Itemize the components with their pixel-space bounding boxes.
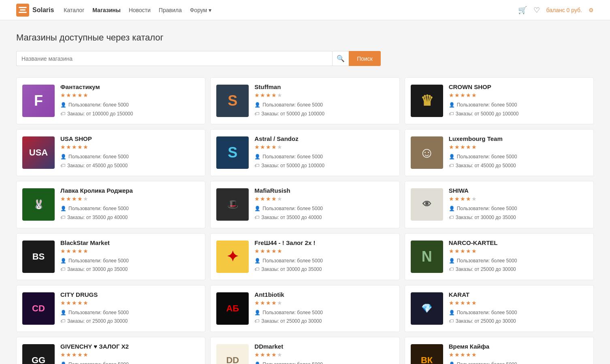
- tag-icon: 🏷: [449, 213, 454, 222]
- shop-meta: 👤 Пользователи: более 5000 🏷 Заказы: от …: [254, 309, 393, 326]
- shop-card[interactable]: 🎩 MafiaRusish ★★★★★ 👤 Пользователи: боле…: [210, 181, 399, 228]
- logo[interactable]: Solaris: [16, 4, 54, 17]
- shop-stars: ★★★★★: [254, 92, 393, 98]
- balance-label[interactable]: баланс 0 руб.: [546, 7, 582, 13]
- tag-icon: 🏷: [449, 317, 454, 326]
- users-row: 👤 Пользователи: более 5000: [449, 360, 588, 364]
- shop-users: Пользователи: более 5000: [68, 309, 129, 317]
- shop-orders: Заказы: от 50000 до 100000: [456, 110, 519, 119]
- tag-icon: 🏷: [449, 265, 454, 274]
- orders-row: 🏷 Заказы: от 50000 до 100000: [449, 110, 588, 119]
- nav-forum[interactable]: Форум ▾: [190, 7, 212, 13]
- search-input[interactable]: [16, 51, 332, 66]
- users-row: 👤 Пользователи: более 5000: [449, 204, 588, 213]
- shop-logo: F: [22, 85, 55, 117]
- nav-pravila[interactable]: Правила: [159, 7, 182, 13]
- nav-novosti[interactable]: Новости: [129, 7, 151, 13]
- shop-card[interactable]: ВК Время Кайфа ★★★★★ 👤 Пользователи: бол…: [405, 337, 594, 364]
- shop-name: Лавка Кролика Роджера: [60, 187, 199, 194]
- shop-card[interactable]: ✦ FreШ44 - ! Залог 2х ! ★★★★★ 👤 Пользова…: [210, 233, 399, 280]
- shop-card[interactable]: S Astral / Sandoz ★★★★★ 👤 Пользователи: …: [210, 129, 399, 176]
- shop-logo: CD: [22, 292, 55, 325]
- orders-row: 🏷 Заказы: от 45000 до 50000: [60, 162, 199, 170]
- shop-stars: ★★★★★: [449, 351, 588, 358]
- search-button[interactable]: Поиск: [349, 51, 381, 66]
- shop-name: Фантастикум: [60, 83, 199, 90]
- shop-card[interactable]: 💎 KARAT ★★★★★ 👤 Пользователи: более 5000…: [405, 285, 594, 332]
- shop-card[interactable]: ☺ Luxembourg Team ★★★★★ 👤 Пользователи: …: [405, 129, 594, 176]
- shop-card[interactable]: 🐰 Лавка Кролика Роджера ★★★★★ 👤 Пользова…: [16, 181, 205, 228]
- shop-users: Пользователи: более 5000: [68, 153, 129, 162]
- settings-icon[interactable]: ⚙: [589, 7, 594, 13]
- nav-katalog[interactable]: Каталог: [64, 7, 84, 13]
- shop-card[interactable]: S Stuffman ★★★★★ 👤 Пользователи: более 5…: [210, 77, 399, 124]
- shop-card[interactable]: ♛ CROWN SHOP ★★★★★ 👤 Пользователи: более…: [405, 77, 594, 124]
- shop-card[interactable]: CD CITY DRUGS ★★★★★ 👤 Пользователи: боле…: [16, 285, 205, 332]
- shop-info: Ant1biotik ★★★★★ 👤 Пользователи: более 5…: [254, 291, 393, 326]
- logo-line-1: [19, 7, 27, 8]
- shop-orders: Заказы: от 45000 до 50000: [456, 162, 516, 170]
- shop-card[interactable]: GG GIVENCHY ♥ ЗАЛОГ Х2 ★★★★★ 👤 Пользоват…: [16, 337, 205, 364]
- shop-meta: 👤 Пользователи: более 5000 🏷 Заказы: от …: [254, 204, 393, 222]
- user-icon: 👤: [60, 257, 66, 266]
- shop-card[interactable]: BS BlackStar Market ★★★★★ 👤 Пользователи…: [16, 233, 205, 280]
- shop-logo: 🎩: [216, 188, 249, 221]
- shop-meta: 👤 Пользователи: более 5000 🏷 Заказы: от …: [60, 309, 199, 326]
- users-row: 👤 Пользователи: более 5000: [449, 309, 588, 317]
- header-right: 🛒 ♡ баланс 0 руб. ⚙: [518, 6, 594, 15]
- user-icon: 👤: [60, 153, 66, 162]
- logo-name: Solaris: [32, 6, 54, 14]
- shop-meta: 👤 Пользователи: более 5000 🏷 Заказы: от …: [254, 360, 393, 364]
- shop-orders: Заказы: от 50000 до 100000: [261, 110, 324, 119]
- user-icon: 👤: [254, 257, 260, 266]
- search-icon-button[interactable]: 🔍: [332, 51, 349, 66]
- user-icon: 👤: [60, 101, 66, 110]
- user-icon: 👤: [254, 101, 260, 110]
- users-row: 👤 Пользователи: более 5000: [449, 257, 588, 266]
- shop-orders: Заказы: от 30000 до 35000: [456, 213, 516, 222]
- shop-logo: АБ: [216, 292, 249, 325]
- shop-name: Stuffman: [254, 83, 393, 90]
- nav-magaziny[interactable]: Магазины: [92, 7, 120, 13]
- shop-users: Пользователи: более 5000: [457, 257, 517, 266]
- shop-stars: ★★★★★: [254, 144, 393, 150]
- shop-card[interactable]: USA USA SHOP ★★★★★ 👤 Пользователи: более…: [16, 129, 205, 176]
- shop-users: Пользователи: более 5000: [68, 101, 129, 110]
- shop-orders: Заказы: от 25000 до 30000: [261, 317, 322, 326]
- shop-stars: ★★★★★: [60, 351, 199, 358]
- shop-info: Luxembourg Team ★★★★★ 👤 Пользователи: бо…: [449, 135, 588, 170]
- shop-name: CITY DRUGS: [60, 291, 199, 298]
- shop-card[interactable]: N NARCO-KARTEL ★★★★★ 👤 Пользователи: бол…: [405, 233, 594, 280]
- shop-meta: 👤 Пользователи: более 5000 🏷 Заказы: от …: [449, 101, 588, 118]
- shop-logo: 🐰: [22, 188, 55, 221]
- orders-row: 🏷 Заказы: от 35000 до 40000: [254, 213, 393, 222]
- shop-card[interactable]: АБ Ant1biotik ★★★★★ 👤 Пользователи: боле…: [210, 285, 399, 332]
- logo-line-3: [19, 12, 27, 13]
- tag-icon: 🏷: [449, 110, 454, 119]
- shop-info: Фантастикум ★★★★★ 👤 Пользователи: более …: [60, 83, 199, 118]
- shop-info: Время Кайфа ★★★★★ 👤 Пользователи: более …: [449, 343, 588, 364]
- heart-icon[interactable]: ♡: [533, 6, 540, 15]
- shop-card[interactable]: 👁 SHIWA ★★★★★ 👤 Пользователи: более 5000…: [405, 181, 594, 228]
- users-row: 👤 Пользователи: более 5000: [60, 257, 199, 266]
- shop-logo: DD: [216, 344, 249, 364]
- user-icon: 👤: [449, 360, 455, 364]
- shop-logo: USA: [22, 136, 55, 169]
- orders-row: 🏷 Заказы: от 30000 до 35000: [449, 213, 588, 222]
- orders-row: 🏷 Заказы: от 100000 до 150000: [60, 110, 199, 119]
- users-row: 👤 Пользователи: более 5000: [254, 153, 393, 162]
- orders-row: 🏷 Заказы: от 50000 до 100000: [254, 110, 393, 119]
- shop-orders: Заказы: от 100000 до 150000: [67, 110, 133, 119]
- shop-users: Пользователи: более 5000: [457, 204, 517, 213]
- shop-card[interactable]: DD DDmarket ★★★★★ 👤 Пользователи: более …: [210, 337, 399, 364]
- shop-info: NARCO-KARTEL ★★★★★ 👤 Пользователи: более…: [449, 239, 588, 274]
- cart-icon[interactable]: 🛒: [518, 6, 527, 15]
- logo-icon: [16, 4, 29, 17]
- shop-info: USA SHOP ★★★★★ 👤 Пользователи: более 500…: [60, 135, 199, 170]
- logo-line-2: [20, 9, 26, 11]
- shop-card[interactable]: F Фантастикум ★★★★★ 👤 Пользователи: боле…: [16, 77, 205, 124]
- shop-meta: 👤 Пользователи: более 5000 🏷 Заказы: от …: [449, 309, 588, 326]
- user-icon: 👤: [449, 309, 455, 317]
- shop-stars: ★★★★★: [60, 248, 199, 254]
- shop-logo: 💎: [411, 292, 443, 325]
